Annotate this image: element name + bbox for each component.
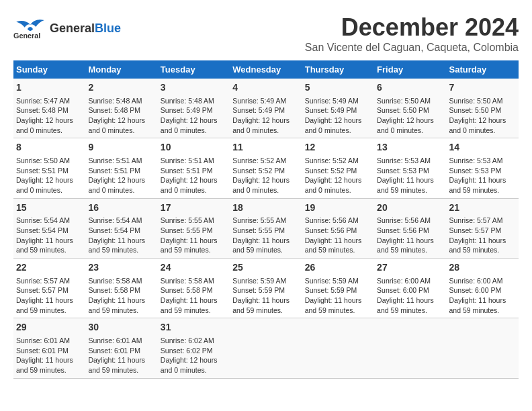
sunset: Sunset: 5:56 PM — [377, 226, 429, 234]
calendar-cell: 11Sunrise: 5:52 AMSunset: 5:52 PMDayligh… — [230, 138, 302, 198]
day-number: 23 — [88, 261, 154, 275]
day-number: 14 — [449, 141, 516, 154]
day-number: 24 — [161, 261, 227, 275]
sunrise: Sunrise: 5:55 AM — [232, 216, 286, 224]
sunset: Sunset: 5:50 PM — [377, 106, 429, 114]
day-number: 10 — [161, 141, 227, 154]
calendar-cell: 18Sunrise: 5:55 AMSunset: 5:55 PMDayligh… — [230, 198, 302, 258]
day-number: 25 — [232, 261, 299, 275]
sunset: Sunset: 6:01 PM — [88, 347, 140, 355]
sunset: Sunset: 5:48 PM — [88, 106, 140, 114]
sunset: Sunset: 5:54 PM — [16, 226, 69, 234]
sunset: Sunset: 5:52 PM — [232, 167, 285, 175]
day-number: 7 — [449, 81, 516, 95]
daylight: Daylight: 11 hours and 59 minutes. — [377, 296, 434, 314]
calendar-cell — [302, 318, 374, 378]
calendar-header: Sunday Monday Tuesday Wednesday Thursday… — [13, 60, 519, 79]
logo-text-block: GeneralBlue — [50, 21, 121, 36]
day-number: 17 — [161, 201, 227, 215]
daylight: Daylight: 11 hours and 59 minutes. — [16, 296, 73, 314]
sunrise: Sunrise: 5:50 AM — [16, 156, 70, 165]
logo: General GeneralBlue — [13, 13, 121, 43]
sunrise: Sunrise: 6:00 AM — [449, 277, 503, 285]
day-number: 18 — [232, 201, 299, 215]
col-wednesday: Wednesday — [230, 60, 302, 79]
sunset: Sunset: 5:57 PM — [449, 226, 502, 234]
calendar-cell: 25Sunrise: 5:59 AMSunset: 5:59 PMDayligh… — [230, 259, 302, 318]
day-number: 19 — [305, 201, 371, 215]
calendar-cell: 24Sunrise: 5:58 AMSunset: 5:58 PMDayligh… — [158, 259, 230, 318]
day-number: 21 — [449, 201, 516, 215]
sunrise: Sunrise: 5:56 AM — [377, 216, 431, 224]
sunset: Sunset: 5:53 PM — [377, 167, 429, 175]
calendar-cell: 10Sunrise: 5:51 AMSunset: 5:51 PMDayligh… — [158, 138, 230, 198]
sunrise: Sunrise: 5:51 AM — [88, 156, 142, 165]
sunset: Sunset: 5:54 PM — [88, 226, 140, 234]
sunset: Sunset: 6:02 PM — [161, 347, 213, 355]
calendar-cell: 12Sunrise: 5:52 AMSunset: 5:52 PMDayligh… — [302, 138, 374, 198]
sunset: Sunset: 5:50 PM — [449, 106, 502, 114]
sunset: Sunset: 6:00 PM — [449, 286, 502, 294]
logo-label: GeneralBlue — [50, 21, 121, 36]
sunrise: Sunrise: 5:56 AM — [305, 216, 359, 224]
daylight: Daylight: 12 hours and 0 minutes. — [232, 176, 290, 194]
daylight: Daylight: 11 hours and 59 minutes. — [449, 296, 506, 314]
sunset: Sunset: 5:49 PM — [161, 106, 213, 114]
calendar-week-row: 22Sunrise: 5:57 AMSunset: 5:57 PMDayligh… — [13, 259, 519, 318]
sunset: Sunset: 5:58 PM — [161, 286, 213, 294]
calendar-cell: 1Sunrise: 5:47 AMSunset: 5:48 PMDaylight… — [13, 79, 85, 138]
sunrise: Sunrise: 6:01 AM — [88, 336, 142, 345]
calendar-cell: 30Sunrise: 6:01 AMSunset: 6:01 PMDayligh… — [85, 318, 157, 378]
day-number: 15 — [16, 201, 83, 215]
calendar-cell: 2Sunrise: 5:48 AMSunset: 5:48 PMDaylight… — [85, 79, 157, 138]
header-row: Sunday Monday Tuesday Wednesday Thursday… — [13, 60, 519, 79]
day-number: 22 — [16, 261, 83, 275]
sunset: Sunset: 5:58 PM — [88, 286, 140, 294]
day-number: 27 — [377, 261, 443, 275]
daylight: Daylight: 11 hours and 59 minutes. — [161, 236, 218, 255]
sunset: Sunset: 5:59 PM — [305, 286, 357, 294]
sunset: Sunset: 5:55 PM — [161, 226, 213, 234]
daylight: Daylight: 11 hours and 59 minutes. — [377, 236, 434, 255]
sunrise: Sunrise: 5:58 AM — [161, 277, 214, 285]
col-friday: Friday — [374, 60, 446, 79]
daylight: Daylight: 12 hours and 0 minutes. — [88, 116, 145, 134]
calendar-table: Sunday Monday Tuesday Wednesday Thursday… — [13, 60, 519, 379]
daylight: Daylight: 12 hours and 0 minutes. — [161, 116, 218, 134]
sunrise: Sunrise: 5:58 AM — [88, 277, 142, 285]
day-number: 13 — [377, 141, 443, 154]
page-header: General GeneralBlue December 2024 San Vi… — [13, 13, 519, 54]
calendar-cell: 27Sunrise: 6:00 AMSunset: 6:00 PMDayligh… — [374, 259, 446, 318]
calendar-cell: 20Sunrise: 5:56 AMSunset: 5:56 PMDayligh… — [374, 198, 446, 258]
calendar-cell: 9Sunrise: 5:51 AMSunset: 5:51 PMDaylight… — [85, 138, 157, 198]
sunset: Sunset: 5:49 PM — [305, 106, 357, 114]
calendar-cell: 19Sunrise: 5:56 AMSunset: 5:56 PMDayligh… — [302, 198, 374, 258]
calendar-cell: 3Sunrise: 5:48 AMSunset: 5:49 PMDaylight… — [158, 79, 230, 138]
sunset: Sunset: 5:51 PM — [88, 167, 140, 175]
logo-icon: General — [13, 13, 47, 43]
day-number: 3 — [161, 81, 227, 95]
sunset: Sunset: 5:52 PM — [305, 167, 357, 175]
day-number: 16 — [88, 201, 154, 215]
calendar-cell: 26Sunrise: 5:59 AMSunset: 5:59 PMDayligh… — [302, 259, 374, 318]
daylight: Daylight: 11 hours and 59 minutes. — [377, 176, 434, 194]
daylight: Daylight: 12 hours and 0 minutes. — [161, 356, 218, 374]
calendar-cell: 15Sunrise: 5:54 AMSunset: 5:54 PMDayligh… — [13, 198, 85, 258]
col-tuesday: Tuesday — [158, 60, 230, 79]
day-number: 20 — [377, 201, 443, 215]
day-number: 26 — [305, 261, 371, 275]
sunrise: Sunrise: 5:57 AM — [16, 277, 70, 285]
col-saturday: Saturday — [447, 60, 519, 79]
daylight: Daylight: 11 hours and 59 minutes. — [232, 236, 290, 255]
calendar-cell: 13Sunrise: 5:53 AMSunset: 5:53 PMDayligh… — [374, 138, 446, 198]
sunrise: Sunrise: 5:53 AM — [377, 156, 431, 165]
sunrise: Sunrise: 5:49 AM — [232, 97, 286, 105]
day-number: 4 — [232, 81, 299, 95]
day-number: 8 — [16, 141, 83, 154]
daylight: Daylight: 11 hours and 59 minutes. — [88, 356, 145, 374]
sunset: Sunset: 5:49 PM — [232, 106, 285, 114]
sunrise: Sunrise: 5:59 AM — [232, 277, 286, 285]
calendar-cell: 31Sunrise: 6:02 AMSunset: 6:02 PMDayligh… — [158, 318, 230, 378]
day-number: 28 — [449, 261, 516, 275]
day-number: 29 — [16, 321, 83, 334]
